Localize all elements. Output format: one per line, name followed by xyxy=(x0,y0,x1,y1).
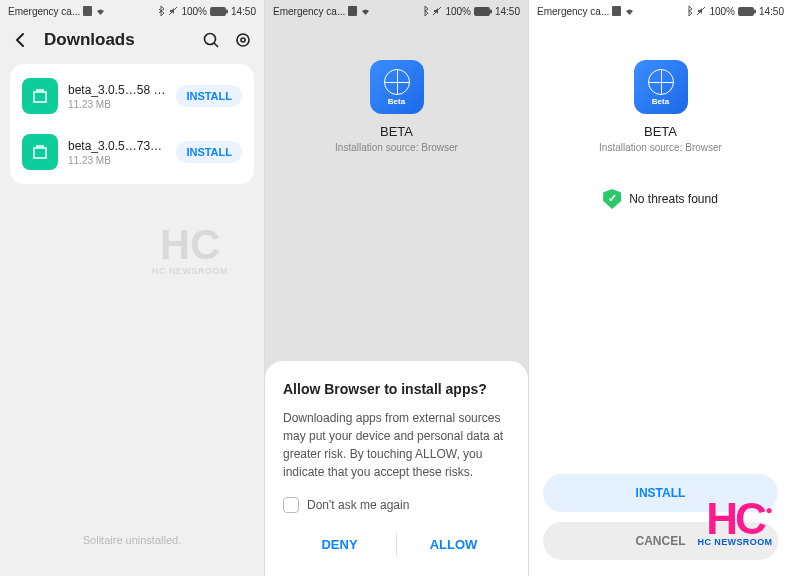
file-size: 11.23 MB xyxy=(68,155,166,166)
mute-icon xyxy=(432,6,442,16)
deny-button[interactable]: DENY xyxy=(283,527,396,562)
app-info: Beta BETA Installation source: Browser xyxy=(265,60,528,153)
file-name: beta_3.0.5…58 (1).apk xyxy=(68,83,166,97)
status-time: 14:50 xyxy=(231,6,256,17)
bluetooth-icon xyxy=(686,6,693,16)
status-battery-pct: 100% xyxy=(181,6,207,17)
file-list: beta_3.0.5…58 (1).apk 11.23 MB INSTALL b… xyxy=(10,64,254,184)
svg-point-4 xyxy=(205,34,216,45)
file-name: beta_3.0.5…73258.apk xyxy=(68,139,166,153)
app-name: BETA xyxy=(644,124,677,139)
svg-rect-10 xyxy=(474,7,490,16)
bluetooth-icon xyxy=(422,6,429,16)
svg-rect-3 xyxy=(226,9,228,13)
beta-app-icon: Beta xyxy=(634,60,688,114)
sim-icon xyxy=(348,6,357,16)
svg-point-7 xyxy=(241,38,245,42)
dialog-body: Downloading apps from external sources m… xyxy=(283,409,510,481)
svg-rect-15 xyxy=(754,9,756,13)
globe-icon xyxy=(384,69,410,95)
wifi-icon xyxy=(95,7,106,16)
file-list-item[interactable]: beta_3.0.5…58 (1).apk 11.23 MB INSTALL xyxy=(10,68,254,124)
screen-install-prompt: Emergency ca... 100% 14:50 Beta BETA Ins… xyxy=(264,0,528,576)
battery-icon xyxy=(738,7,756,16)
mute-icon xyxy=(696,6,706,16)
back-icon[interactable] xyxy=(12,31,30,49)
apk-icon xyxy=(22,78,58,114)
page-title: Downloads xyxy=(44,30,188,50)
status-bar: Emergency ca... 100% 14:50 xyxy=(529,0,792,22)
watermark: HC HC NEWSROOM xyxy=(130,210,250,290)
install-button[interactable]: INSTALL xyxy=(176,141,242,163)
svg-line-5 xyxy=(214,43,218,47)
sim-icon xyxy=(83,6,92,16)
search-icon[interactable] xyxy=(202,31,220,49)
mute-icon xyxy=(168,6,178,16)
status-bar: Emergency ca... 100% 14:50 xyxy=(265,0,528,22)
wifi-icon xyxy=(624,7,635,16)
shield-check-icon xyxy=(603,189,621,209)
svg-rect-2 xyxy=(210,7,226,16)
scan-result: No threats found xyxy=(529,189,792,209)
wifi-icon xyxy=(360,7,371,16)
dont-ask-row[interactable]: Don't ask me again xyxy=(283,497,510,513)
file-size: 11.23 MB xyxy=(68,99,166,110)
checkbox-icon[interactable] xyxy=(283,497,299,513)
battery-icon xyxy=(210,7,228,16)
svg-rect-14 xyxy=(738,7,754,16)
install-source: Installation source: Browser xyxy=(599,142,722,153)
gear-icon[interactable] xyxy=(234,31,252,49)
status-carrier: Emergency ca... xyxy=(8,6,80,17)
file-list-item[interactable]: beta_3.0.5…73258.apk 11.23 MB INSTALL xyxy=(10,124,254,180)
app-info: Beta BETA Installation source: Browser xyxy=(529,60,792,153)
globe-icon xyxy=(648,69,674,95)
screen-downloads: Emergency ca... 100% 14:50 Downloads bet… xyxy=(0,0,264,576)
allow-button[interactable]: ALLOW xyxy=(397,527,510,562)
battery-icon xyxy=(474,7,492,16)
install-source: Installation source: Browser xyxy=(335,142,458,153)
svg-point-6 xyxy=(237,34,249,46)
scan-text: No threats found xyxy=(629,192,718,206)
svg-rect-11 xyxy=(490,9,492,13)
bluetooth-icon xyxy=(158,6,165,16)
svg-rect-0 xyxy=(83,6,92,16)
toast-message: Solitaire uninstalled. xyxy=(83,534,181,546)
app-name: BETA xyxy=(380,124,413,139)
install-button[interactable]: INSTALL xyxy=(176,85,242,107)
checkbox-label: Don't ask me again xyxy=(307,498,409,512)
apk-icon xyxy=(22,134,58,170)
permission-dialog: Allow Browser to install apps? Downloadi… xyxy=(265,361,528,576)
sim-icon xyxy=(612,6,621,16)
svg-rect-8 xyxy=(348,6,357,16)
page-header: Downloads xyxy=(0,22,264,58)
beta-app-icon: Beta xyxy=(370,60,424,114)
hc-newsroom-logo: HC HC NEWSROOM xyxy=(680,478,790,568)
svg-rect-12 xyxy=(612,6,621,16)
dialog-title: Allow Browser to install apps? xyxy=(283,381,510,397)
status-bar: Emergency ca... 100% 14:50 xyxy=(0,0,264,22)
